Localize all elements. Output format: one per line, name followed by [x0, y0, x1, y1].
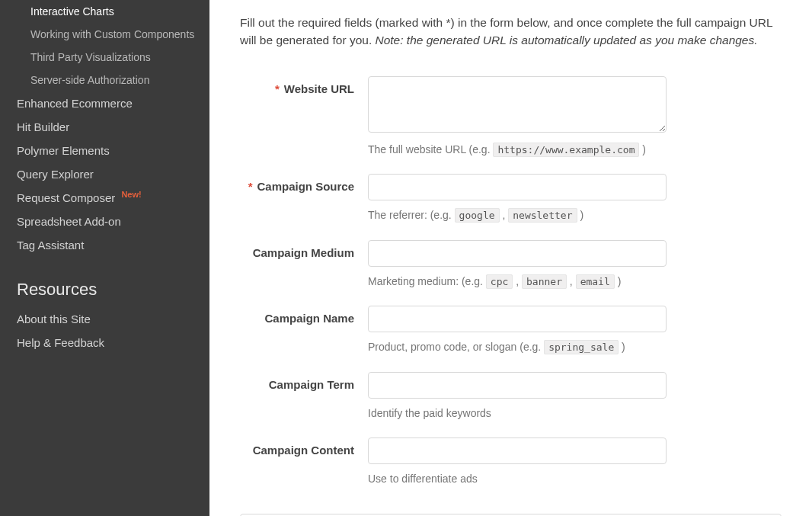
website-url-input[interactable] — [368, 76, 667, 133]
help-campaign-content: Use to differentiate ads — [368, 472, 667, 487]
help-prefix: The full website URL (e.g. — [368, 143, 493, 155]
sidebar-item-help-feedback[interactable]: Help & Feedback — [0, 331, 209, 354]
main-content: Fill out the required fields (marked wit… — [209, 0, 812, 516]
sidebar-item-enhanced-ecommerce[interactable]: Enhanced Ecommerce — [0, 91, 209, 115]
help-sep: , — [500, 209, 509, 221]
campaign-name-input[interactable] — [368, 306, 667, 332]
field-campaign-source: *Campaign Source The referrer: (e.g. goo… — [240, 174, 782, 223]
help-website-url: The full website URL (e.g. https://www.e… — [368, 143, 667, 158]
sidebar-sub-server-side-auth[interactable]: Server-side Authorization — [0, 69, 209, 91]
control-wrap: The referrer: (e.g. google , newsletter … — [368, 174, 667, 223]
field-campaign-content: Campaign Content Use to differentiate ad… — [240, 437, 782, 487]
control-wrap: Marketing medium: (e.g. cpc , banner , e… — [368, 240, 667, 290]
new-badge: New! — [121, 190, 141, 199]
control-wrap: Identify the paid keywords — [368, 372, 667, 421]
sidebar-item-query-explorer[interactable]: Query Explorer — [0, 162, 209, 186]
help-code: email — [576, 274, 615, 289]
required-mark: * — [248, 180, 253, 193]
label-text: Campaign Name — [264, 312, 354, 325]
sidebar-sub-interactive-charts[interactable]: Interactive Charts — [0, 0, 209, 23]
campaign-medium-input[interactable] — [368, 240, 667, 267]
sidebar-sub-custom-components[interactable]: Working with Custom Components — [0, 23, 209, 46]
help-code: newsletter — [508, 208, 577, 223]
sidebar-item-label: Query Explorer — [17, 168, 94, 181]
help-campaign-term: Identify the paid keywords — [368, 406, 667, 421]
field-campaign-name: Campaign Name Product, promo code, or sl… — [240, 306, 782, 355]
intro-note: Note: the generated URL is automatically… — [376, 34, 758, 46]
control-wrap: Product, promo code, or slogan (e.g. spr… — [368, 306, 667, 355]
label-campaign-term: Campaign Term — [240, 372, 368, 391]
help-prefix: The referrer: (e.g. — [368, 209, 455, 221]
help-suffix: ) — [619, 341, 625, 353]
label-text: Campaign Term — [269, 378, 354, 391]
sidebar-item-label: Hit Builder — [17, 120, 69, 133]
sidebar-item-request-composer[interactable]: Request Composer New! — [0, 186, 209, 210]
help-suffix: ) — [639, 143, 646, 155]
campaign-term-input[interactable] — [368, 372, 667, 399]
sidebar-item-label: Spreadsheet Add-on — [17, 215, 121, 228]
campaign-source-input[interactable] — [368, 174, 667, 200]
help-suffix: ) — [615, 275, 622, 287]
label-text: Website URL — [284, 82, 354, 95]
intro-text: Fill out the required fields (marked wit… — [240, 14, 782, 50]
help-sep: , — [567, 275, 576, 287]
label-text: Campaign Content — [253, 444, 354, 457]
help-prefix: Product, promo code, or slogan (e.g. — [368, 341, 544, 353]
help-campaign-medium: Marketing medium: (e.g. cpc , banner , e… — [368, 274, 667, 290]
sidebar-item-label: Request Composer — [17, 191, 115, 204]
help-suffix: ) — [577, 209, 584, 221]
help-code: spring_sale — [544, 340, 619, 354]
label-text: Campaign Medium — [253, 246, 354, 259]
control-wrap: Use to differentiate ads — [368, 437, 667, 487]
field-website-url: *Website URL The full website URL (e.g. … — [240, 76, 782, 158]
sidebar-sub-third-party-viz[interactable]: Third Party Visualizations — [0, 46, 209, 69]
label-text: Campaign Source — [257, 180, 354, 193]
label-campaign-medium: Campaign Medium — [240, 240, 368, 259]
sidebar-item-hit-builder[interactable]: Hit Builder — [0, 115, 209, 139]
help-code: https://www.example.com — [493, 143, 639, 157]
field-campaign-medium: Campaign Medium Marketing medium: (e.g. … — [240, 240, 782, 290]
help-prefix: Marketing medium: (e.g. — [368, 275, 486, 287]
sidebar: Interactive Charts Working with Custom C… — [0, 0, 209, 516]
required-mark: * — [275, 82, 280, 95]
sidebar-item-tag-assistant[interactable]: Tag Assistant — [0, 233, 209, 257]
help-code: cpc — [486, 274, 513, 289]
sidebar-item-polymer-elements[interactable]: Polymer Elements — [0, 139, 209, 162]
label-campaign-source: *Campaign Source — [240, 174, 368, 193]
campaign-content-input[interactable] — [368, 437, 667, 464]
help-campaign-name: Product, promo code, or slogan (e.g. spr… — [368, 340, 667, 355]
control-wrap: The full website URL (e.g. https://www.e… — [368, 76, 667, 158]
sidebar-item-label: Tag Assistant — [17, 239, 84, 252]
label-campaign-name: Campaign Name — [240, 306, 368, 325]
help-sep: , — [513, 275, 522, 287]
sidebar-resources-heading: Resources — [0, 257, 209, 307]
sidebar-item-label: Polymer Elements — [17, 144, 110, 157]
sidebar-nav: Interactive Charts Working with Custom C… — [0, 0, 209, 354]
sidebar-item-label: Enhanced Ecommerce — [17, 97, 133, 110]
help-code: google — [455, 208, 500, 223]
help-campaign-source: The referrer: (e.g. google , newsletter … — [368, 208, 667, 223]
field-campaign-term: Campaign Term Identify the paid keywords — [240, 372, 782, 421]
label-website-url: *Website URL — [240, 76, 368, 95]
sidebar-item-spreadsheet-addon[interactable]: Spreadsheet Add-on — [0, 210, 209, 233]
help-code: banner — [522, 274, 567, 289]
sidebar-item-about-site[interactable]: About this Site — [0, 307, 209, 331]
label-campaign-content: Campaign Content — [240, 437, 368, 457]
